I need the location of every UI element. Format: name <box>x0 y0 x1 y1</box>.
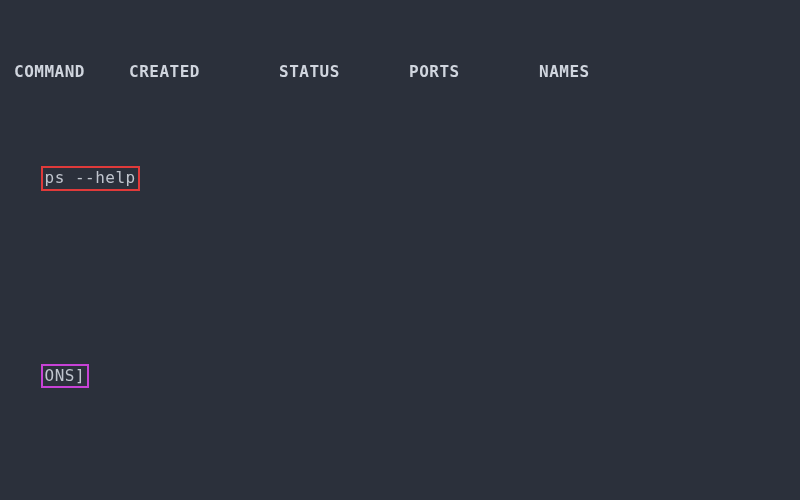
col-names: NAMES <box>539 62 800 83</box>
col-command: COMMAND <box>14 62 129 83</box>
ons-frag-text: ONS] <box>45 366 86 385</box>
cmd-help-box: ps --help <box>41 166 140 191</box>
cmd-help-line: ps --help <box>0 146 800 212</box>
col-created: CREATED <box>129 62 279 83</box>
header-row-top: COMMAND CREATED STATUS PORTS NAMES <box>0 62 800 83</box>
cmd-help-text: ps --help <box>45 168 136 187</box>
col-status: STATUS <box>279 62 409 83</box>
ons-frag-box: ONS] <box>41 364 90 389</box>
ons-frag-line: ONS] <box>0 343 800 409</box>
col-ports: PORTS <box>409 62 539 83</box>
terminal[interactable]: COMMAND CREATED STATUS PORTS NAMES ps --… <box>0 0 800 500</box>
